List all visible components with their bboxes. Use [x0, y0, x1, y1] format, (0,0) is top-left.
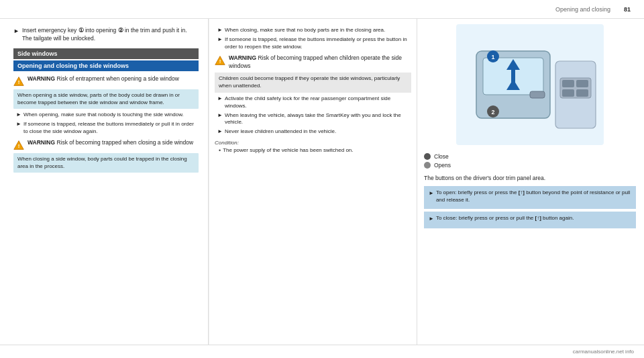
- top-bullet-item: ► Insert emergency key ① into opening ② …: [13, 27, 199, 43]
- bullet-open-text-1: When opening, make sure that nobody is t…: [23, 111, 184, 119]
- step-text-2: To close: briefly press or press or pull…: [436, 215, 574, 222]
- warning-icon-3: !: [215, 55, 225, 66]
- warning-desc-2: Risk of becoming trapped when closing a …: [56, 139, 193, 146]
- header-bar: Opening and closing 81: [0, 0, 644, 19]
- mid-bullet-text-4: When leaving the vehicle, always take th…: [225, 112, 411, 127]
- warning-text-2: WARNING Risk of becoming trapped when cl…: [28, 139, 193, 146]
- legend-dot-close: [424, 153, 431, 160]
- legend: Close Opens: [424, 153, 636, 171]
- mid-bullet-1: ► When closing, make sure that no body p…: [217, 27, 411, 34]
- mid-column: ► When closing, make sure that no body p…: [209, 19, 417, 345]
- right-description: The buttons on the driver's door trim pa…: [424, 175, 636, 183]
- footer-brand: carmanualsonline.net info: [573, 349, 634, 355]
- svg-text:2: 2: [491, 109, 494, 116]
- legend-item-close: Close: [424, 153, 636, 160]
- header-section-title: Opening and closing: [555, 6, 610, 13]
- car-illustration-area: 1 2: [424, 24, 636, 145]
- warning-icon-2: !: [13, 140, 24, 150]
- bullet-arrow-icon: ►: [16, 111, 21, 118]
- mid-bullet-2: ► If someone is trapped, release the but…: [217, 36, 411, 51]
- subsection-heading: Opening and closing the side windows: [13, 60, 199, 71]
- mid-bullet-3: ► Activate the child safety lock for the…: [217, 95, 411, 110]
- step-2: ► To close: briefly press or press or pu…: [429, 215, 631, 222]
- step-text-1: To open: briefly press or press the [↑] …: [436, 189, 631, 204]
- warning-block-3: ! WARNING Risk of becoming trapped when …: [215, 54, 411, 70]
- note-box-2: When closing a side window, body parts c…: [13, 153, 199, 173]
- page-container: Opening and closing 81 ► Insert emergenc…: [0, 0, 644, 358]
- prereq-block: Condition: • The power supply of the veh…: [215, 140, 411, 154]
- top-bullet-section: ► Insert emergency key ① into opening ② …: [13, 27, 199, 43]
- svg-rect-9: [530, 91, 545, 98]
- legend-dot-open: [424, 162, 431, 169]
- instruction-box-2: ► To close: briefly press or press or pu…: [424, 212, 636, 228]
- step-arrow-icon-1: ►: [429, 189, 434, 197]
- bullet-open-1: ► When opening, make sure that nobody is…: [16, 111, 199, 119]
- left-column: ► Insert emergency key ① into opening ② …: [0, 19, 208, 345]
- svg-text:!: !: [219, 59, 221, 65]
- section-label: Side windows: [13, 48, 199, 59]
- svg-rect-23: [576, 89, 588, 97]
- right-column: 1 2 Close: [417, 19, 644, 345]
- mid-bullet-text-2: If someone is trapped, release the butto…: [225, 36, 411, 51]
- prereq-bullet-icon: •: [219, 147, 221, 154]
- svg-rect-13: [511, 79, 515, 89]
- svg-text:1: 1: [491, 54, 494, 60]
- note-box-3: Children could become trapped if they op…: [215, 73, 411, 93]
- bullet-arrow-icon: ►: [13, 28, 19, 34]
- warning-icon-1: !: [13, 76, 24, 87]
- bullet-open-text-2: If someone is trapped, release the butto…: [23, 121, 199, 136]
- prereq-item-1: • The power supply of the vehicle has be…: [219, 147, 411, 154]
- warning-desc-1: Risk of entrapment when opening a side w…: [56, 75, 178, 82]
- svg-rect-22: [562, 89, 574, 97]
- main-content: ► Insert emergency key ① into opening ② …: [0, 19, 644, 345]
- warning-block-2: ! WARNING Risk of becoming trapped when …: [13, 139, 199, 150]
- mid-bullet-text-5: Never leave children unattended in the v…: [225, 128, 336, 136]
- warning-text-1: WARNING Risk of entrapment when opening …: [28, 75, 179, 83]
- svg-rect-21: [576, 80, 588, 87]
- prereq-label: Condition:: [215, 140, 411, 146]
- bullet-arrow-icon: ►: [217, 128, 223, 134]
- prereq-text-1: The power supply of the vehicle has been…: [223, 147, 353, 154]
- bullet-arrow-icon: ►: [217, 112, 223, 118]
- bullet-open-2: ► If someone is trapped, release the but…: [16, 121, 199, 136]
- top-bullet-text: Insert emergency key ① into opening ② in…: [22, 27, 187, 43]
- car-illustration-svg: 1 2: [424, 24, 636, 145]
- instruction-box-1: ► To open: briefly press or press the [↑…: [424, 186, 636, 210]
- svg-text:!: !: [18, 143, 20, 149]
- svg-text:!: !: [18, 79, 20, 85]
- mid-bullet-text-3: Activate the child safety lock for the r…: [225, 95, 411, 110]
- mid-bullet-4: ► When leaving the vehicle, always take …: [217, 112, 411, 127]
- header-page-info: Opening and closing 81: [555, 6, 631, 13]
- svg-rect-20: [562, 80, 574, 87]
- warning-text-3: WARNING Risk of becoming trapped when ch…: [229, 54, 411, 70]
- mid-bullet-5: ► Never leave children unattended in the…: [217, 128, 411, 136]
- bullet-arrow-icon: ►: [217, 36, 223, 42]
- warning-block-1: ! WARNING Risk of entrapment when openin…: [13, 75, 199, 87]
- note-box-1: When opening a side window, parts of the…: [13, 89, 199, 109]
- svg-rect-11: [511, 70, 515, 79]
- bullet-arrow-icon: ►: [16, 121, 21, 127]
- footer: carmanualsonline.net info: [0, 345, 644, 358]
- bullet-arrow-icon: ►: [217, 95, 223, 101]
- step-arrow-icon-2: ►: [429, 215, 434, 222]
- legend-label-open: Opens: [434, 162, 451, 169]
- step-1: ► To open: briefly press or press the [↑…: [429, 189, 631, 204]
- legend-item-open: Opens: [424, 162, 636, 169]
- bullet-arrow-icon: ►: [217, 27, 223, 33]
- mid-bullet-text-1: When closing, make sure that no body par…: [225, 27, 385, 34]
- legend-label-close: Close: [434, 153, 449, 160]
- header-page-number: 81: [624, 6, 631, 13]
